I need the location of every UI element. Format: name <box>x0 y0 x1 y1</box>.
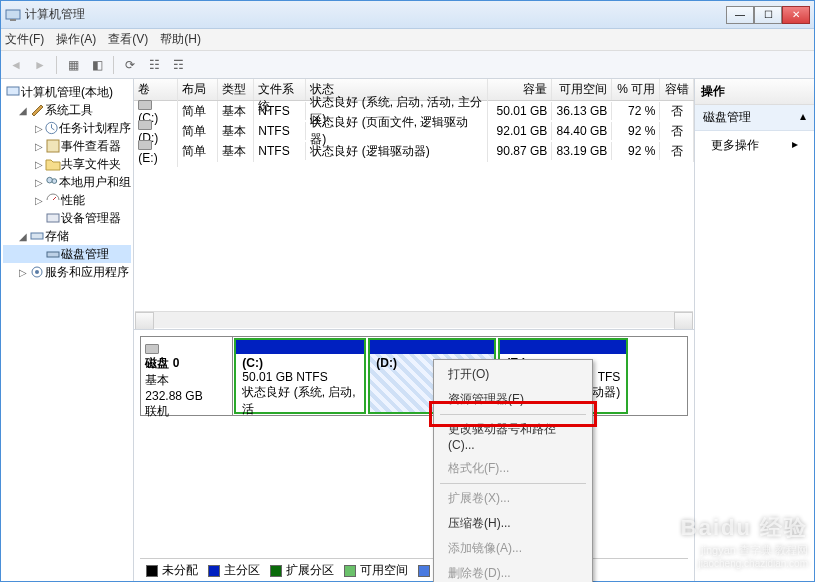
minimize-button[interactable]: — <box>726 6 754 24</box>
svg-rect-8 <box>47 214 59 222</box>
partition-letter: (C:) <box>242 356 263 370</box>
tree-root[interactable]: 计算机管理(本地) <box>3 83 131 101</box>
col-layout[interactable]: 布局 <box>178 79 218 100</box>
svg-rect-0 <box>6 10 20 19</box>
menubar: 文件(F) 操作(A) 查看(V) 帮助(H) <box>1 29 814 51</box>
legend-free: 可用空间 <box>360 562 408 579</box>
col-free[interactable]: 可用空间 <box>552 79 612 100</box>
legend-primary: 主分区 <box>224 562 260 579</box>
folder-icon <box>45 156 61 172</box>
toolbar: ◄ ► ▦ ◧ ⟳ ☷ ☶ <box>1 51 814 79</box>
tree-shared[interactable]: ▷共享文件夹 <box>3 155 131 173</box>
disk-online: 联机 <box>145 403 228 420</box>
menu-file[interactable]: 文件(F) <box>5 31 44 48</box>
ctx-mirror[interactable]: 添加镜像(A)... <box>436 536 590 561</box>
col-percent[interactable]: % 可用 <box>612 79 660 100</box>
app-icon <box>5 7 21 23</box>
close-button[interactable]: ✕ <box>782 6 810 24</box>
disk-row[interactable]: 磁盘 0 基本 232.88 GB 联机 (C:) 50.01 GB NTFS … <box>140 336 688 416</box>
scheduler-icon <box>44 120 59 136</box>
svg-point-5 <box>47 177 53 183</box>
list-row[interactable]: (E:)简单基本NTFS状态良好 (逻辑驱动器)90.87 GB83.19 GB… <box>134 141 694 161</box>
diskmgmt-icon <box>45 246 61 262</box>
svg-rect-4 <box>47 140 59 152</box>
tree-users[interactable]: ▷本地用户和组 <box>3 173 131 191</box>
tree-diskmgmt[interactable]: 磁盘管理 <box>3 245 131 263</box>
svg-line-7 <box>53 197 56 200</box>
tree-systools[interactable]: ◢系统工具 <box>3 101 131 119</box>
legend-unalloc: 未分配 <box>162 562 198 579</box>
disk-size: 232.88 GB <box>145 389 228 403</box>
list-row[interactable]: (D:)简单基本NTFS状态良好 (页面文件, 逻辑驱动器)92.01 GB84… <box>134 121 694 141</box>
ctx-format[interactable]: 格式化(F)... <box>436 456 590 481</box>
nav-tree[interactable]: 计算机管理(本地) ◢系统工具 ▷任务计划程序 ▷事件查看器 ▷共享文件夹 ▷本… <box>1 79 134 581</box>
ctx-open[interactable]: 打开(O) <box>436 362 590 387</box>
menu-view[interactable]: 查看(V) <box>108 31 148 48</box>
toolbar-button-1[interactable]: ▦ <box>62 54 84 76</box>
perf-icon <box>45 192 61 208</box>
tree-task-scheduler[interactable]: ▷任务计划程序 <box>3 119 131 137</box>
ctx-extend[interactable]: 扩展卷(X)... <box>436 486 590 511</box>
drive-icon <box>138 140 152 150</box>
col-capacity[interactable]: 容量 <box>488 79 552 100</box>
forward-button[interactable]: ► <box>29 54 51 76</box>
col-type[interactable]: 类型 <box>218 79 254 100</box>
drive-icon <box>138 120 152 130</box>
actions-section[interactable]: 磁盘管理▴ <box>695 105 814 131</box>
h-scrollbar[interactable] <box>135 311 693 328</box>
users-icon <box>44 174 59 190</box>
tree-event-viewer[interactable]: ▷事件查看器 <box>3 137 131 155</box>
volume-list[interactable]: 卷 布局 类型 文件系统 状态 容量 可用空间 % 可用 容错 (C:)简单基本… <box>134 79 694 329</box>
disk-name: 磁盘 0 <box>145 355 228 372</box>
col-fs[interactable]: 文件系统 <box>254 79 306 100</box>
chevron-right-icon: ▸ <box>792 137 798 151</box>
toolbar-button-2[interactable]: ◧ <box>86 54 108 76</box>
partition-c[interactable]: (C:) 50.01 GB NTFS 状态良好 (系统, 启动, 活 <box>234 338 366 414</box>
svg-rect-2 <box>7 87 19 95</box>
tree-devmgr[interactable]: 设备管理器 <box>3 209 131 227</box>
svg-rect-1 <box>10 19 16 21</box>
collapse-icon: ▴ <box>800 109 806 126</box>
toolbar-button-3[interactable]: ☷ <box>143 54 165 76</box>
menu-help[interactable]: 帮助(H) <box>160 31 201 48</box>
disk-diagram: 磁盘 0 基本 232.88 GB 联机 (C:) 50.01 GB NTFS … <box>134 329 694 581</box>
actions-more[interactable]: 更多操作▸ <box>695 131 814 160</box>
menu-action[interactable]: 操作(A) <box>56 31 96 48</box>
storage-icon <box>29 228 45 244</box>
ctx-change-letter[interactable]: 更改驱动器号和路径(C)... <box>436 417 590 456</box>
event-icon <box>45 138 61 154</box>
main-pane: 卷 布局 类型 文件系统 状态 容量 可用空间 % 可用 容错 (C:)简单基本… <box>134 79 695 581</box>
disk-info[interactable]: 磁盘 0 基本 232.88 GB 联机 <box>141 337 233 415</box>
window-title: 计算机管理 <box>25 6 726 23</box>
maximize-button[interactable]: ☐ <box>754 6 782 24</box>
legend: 未分配 主分区 扩展分区 可用空间 逻辑驱动器 <box>140 558 688 580</box>
drive-icon <box>138 100 152 110</box>
disk-type: 基本 <box>145 372 228 389</box>
context-menu[interactable]: 打开(O) 资源管理器(E) 更改驱动器号和路径(C)... 格式化(F)...… <box>433 359 593 582</box>
tree-perf[interactable]: ▷性能 <box>3 191 131 209</box>
ctx-explorer[interactable]: 资源管理器(E) <box>436 387 590 412</box>
partition-letter: (D:) <box>376 356 397 370</box>
svg-point-6 <box>52 179 57 184</box>
services-icon <box>29 264 45 280</box>
devmgr-icon <box>45 210 61 226</box>
tree-services[interactable]: ▷服务和应用程序 <box>3 263 131 281</box>
toolbar-button-4[interactable]: ☶ <box>167 54 189 76</box>
actions-pane: 操作 磁盘管理▴ 更多操作▸ <box>695 79 814 581</box>
svg-rect-10 <box>47 252 59 257</box>
svg-point-12 <box>35 270 39 274</box>
ctx-shrink[interactable]: 压缩卷(H)... <box>436 511 590 536</box>
computer-icon <box>5 84 21 100</box>
ctx-delete[interactable]: 删除卷(D)... <box>436 561 590 582</box>
svg-rect-9 <box>31 233 43 239</box>
back-button[interactable]: ◄ <box>5 54 27 76</box>
tree-storage[interactable]: ◢存储 <box>3 227 131 245</box>
legend-ext: 扩展分区 <box>286 562 334 579</box>
tools-icon <box>29 102 45 118</box>
col-fault[interactable]: 容错 <box>660 79 694 100</box>
actions-header: 操作 <box>695 79 814 105</box>
titlebar[interactable]: 计算机管理 — ☐ ✕ <box>1 1 814 29</box>
app-window: 计算机管理 — ☐ ✕ 文件(F) 操作(A) 查看(V) 帮助(H) ◄ ► … <box>0 0 815 582</box>
refresh-button[interactable]: ⟳ <box>119 54 141 76</box>
disk-icon <box>145 344 159 354</box>
